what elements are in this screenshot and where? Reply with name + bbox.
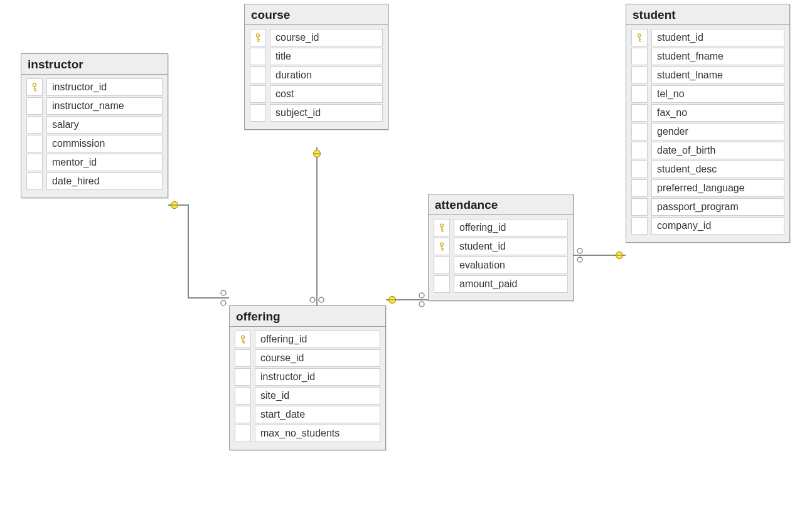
field-row[interactable]: gender [631,123,784,140]
field-name: date_hired [46,172,163,190]
field-row[interactable]: subject_id [250,104,383,122]
primary-key-icon [235,331,251,348]
field-row[interactable]: title [250,48,383,65]
field-icon-blank [631,123,648,140]
entity-fields: student_idstudent_fnamestudent_lnametel_… [626,25,789,242]
entity-fields: instructor_idinstructor_namesalarycommis… [21,75,168,198]
field-name: start_date [255,406,380,423]
svg-point-29 [441,243,444,246]
svg-point-13 [33,83,36,87]
entity-offering[interactable]: offeringoffering_idcourse_idinstructor_i… [229,305,386,450]
primary-key-icon [26,78,43,96]
field-name: subject_id [270,104,383,122]
field-row[interactable]: student_id [434,238,568,255]
field-icon-blank [631,85,648,103]
field-row[interactable]: course_id [235,349,380,367]
entity-instructor[interactable]: instructorinstructor_idinstructor_namesa… [21,53,168,198]
field-name: passport_program [651,198,784,216]
field-name: instructor_name [46,97,163,115]
field-icon-blank [250,48,266,65]
field-name: offering_id [454,219,568,236]
field-row[interactable]: site_id [235,387,380,405]
field-name: preferred_language [651,179,784,197]
field-icon-blank [235,425,251,442]
field-icon-blank [26,135,43,152]
field-name: title [270,48,383,65]
field-icon-blank [434,257,450,274]
entity-title: offering [230,306,385,327]
svg-point-17 [257,34,260,37]
rel-attendance-student [574,248,626,262]
field-row[interactable]: instructor_name [26,97,163,115]
field-row[interactable]: offering_id [235,331,380,348]
entity-course[interactable]: coursecourse_idtitledurationcostsubject_… [244,4,388,130]
field-row[interactable]: student_fname [631,48,784,65]
field-name: student_desc [651,161,784,178]
entity-attendance[interactable]: attendanceoffering_idstudent_idevaluatio… [428,194,574,301]
field-row[interactable]: student_desc [631,161,784,178]
field-name: date_of_birth [651,142,784,159]
field-name: student_id [651,29,784,46]
field-name: offering_id [255,331,380,348]
field-icon-blank [631,217,648,235]
field-name: gender [651,123,784,140]
field-row[interactable]: cost [250,85,383,103]
field-row[interactable]: student_lname [631,66,784,84]
field-row[interactable]: offering_id [434,219,568,236]
field-row[interactable]: commission [26,135,163,152]
field-row[interactable]: instructor_id [235,368,380,386]
entity-student[interactable]: studentstudent_idstudent_fnamestudent_ln… [626,4,790,243]
svg-point-6 [319,297,324,302]
field-icon-blank [235,406,251,423]
field-row[interactable]: passport_program [631,198,784,216]
field-row[interactable]: max_no_students [235,425,380,442]
field-icon-blank [631,66,648,84]
field-name: max_no_students [255,425,380,442]
svg-point-5 [310,297,315,302]
svg-point-9 [419,302,424,307]
field-row[interactable]: date_of_birth [631,142,784,159]
field-icon-blank [631,179,648,197]
rel-offering-attendance [386,293,428,307]
field-row[interactable]: evaluation [434,257,568,274]
field-row[interactable]: mentor_id [26,154,163,171]
field-icon-blank [26,172,43,190]
entity-title: student [626,4,789,25]
field-row[interactable]: student_id [631,29,784,46]
field-icon-blank [26,154,43,171]
primary-key-icon [250,29,266,46]
field-row[interactable]: fax_no [631,104,784,122]
svg-point-21 [242,336,245,339]
field-icon-blank [235,387,251,405]
field-row[interactable]: instructor_id [26,78,163,96]
field-name: mentor_id [46,154,163,171]
rel-course-offering [310,147,324,305]
field-icon-blank [631,198,648,216]
field-name: fax_no [651,104,784,122]
field-row[interactable]: duration [250,66,383,84]
entity-fields: offering_idstudent_idevaluationamount_pa… [429,215,573,300]
field-row[interactable]: preferred_language [631,179,784,197]
field-icon-blank [235,349,251,367]
primary-key-icon [434,219,450,236]
field-row[interactable]: tel_no [631,85,784,103]
field-name: student_id [454,238,568,255]
field-row[interactable]: amount_paid [434,275,568,293]
svg-point-3 [221,300,226,305]
field-name: evaluation [454,257,568,274]
field-name: instructor_id [46,78,163,96]
field-row[interactable]: company_id [631,217,784,235]
field-row[interactable]: date_hired [26,172,163,190]
field-name: duration [270,66,383,84]
field-row[interactable]: start_date [235,406,380,423]
field-name: tel_no [651,85,784,103]
svg-point-33 [638,34,641,37]
field-name: course_id [255,349,380,367]
field-name: salary [46,116,163,134]
entity-title: instructor [21,54,168,75]
field-icon-blank [235,368,251,386]
entity-title: course [245,4,388,25]
entity-title: attendance [429,194,573,215]
field-row[interactable]: salary [26,116,163,134]
field-row[interactable]: course_id [250,29,383,46]
